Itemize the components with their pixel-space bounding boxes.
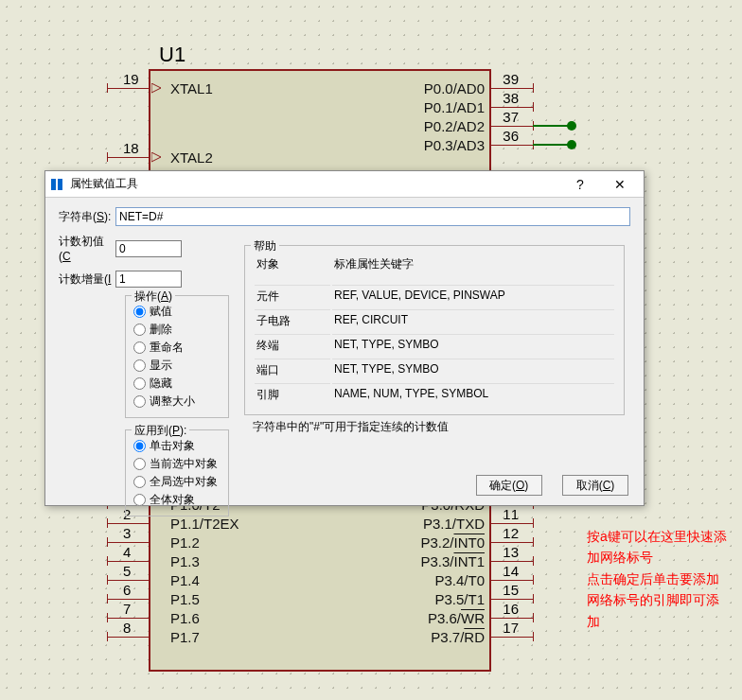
net-wire[interactable] xyxy=(533,144,571,146)
input-arrow-icon xyxy=(151,83,163,97)
pin-line[interactable] xyxy=(107,542,150,543)
action-radio-2[interactable]: 重命名 xyxy=(133,340,221,356)
pin-line[interactable] xyxy=(107,88,150,89)
pin-line[interactable] xyxy=(107,637,150,638)
pin-label: P3.2/INT0 xyxy=(420,534,485,551)
pin-number: 4 xyxy=(123,544,131,560)
help-val: REF, CIRCUIT xyxy=(332,309,614,332)
pin-label: P3.3/INT1 xyxy=(420,553,485,569)
pin-label: XTAL2 xyxy=(170,149,213,166)
dialog-title: 属性赋值工具 xyxy=(70,176,560,192)
pin-number: 36 xyxy=(503,128,519,144)
dialog-titlebar[interactable]: 属性赋值工具 ? ✕ xyxy=(45,171,644,198)
annotation-text: 按a键可以在这里快速添 加网络标号 点击确定后单击要添加 网络标号的引脚即可添 … xyxy=(587,526,738,632)
pin-number: 39 xyxy=(503,71,519,87)
action-groupbox: 操作(A) 赋值删除重命名显示隐藏调整大小 xyxy=(125,295,229,418)
pin-label: P0.1/AD1 xyxy=(424,99,485,115)
help-key: 端口 xyxy=(255,359,330,381)
pin-line[interactable] xyxy=(107,599,150,600)
count-init-input[interactable] xyxy=(115,240,182,257)
pin-label: XTAL1 xyxy=(170,80,213,96)
action-radio-1[interactable]: 删除 xyxy=(133,322,221,338)
apply-radio-3[interactable]: 全体对象 xyxy=(133,492,221,508)
action-radio-5[interactable]: 调整大小 xyxy=(133,394,221,410)
pin-line[interactable] xyxy=(490,126,533,127)
pin-number: 19 xyxy=(123,71,139,87)
pin-number: 18 xyxy=(123,140,139,156)
pin-number: 37 xyxy=(503,109,519,125)
action-radio-3[interactable]: 显示 xyxy=(133,358,221,374)
pin-number: 12 xyxy=(503,525,519,541)
svg-rect-2 xyxy=(51,179,56,190)
pin-label: P1.7 xyxy=(170,629,200,645)
dialog-icon xyxy=(49,177,64,192)
pin-number: 13 xyxy=(503,544,519,560)
action-radio-0[interactable]: 赋值 xyxy=(133,304,221,320)
pin-label: P3.1/TXD xyxy=(423,516,485,532)
help-val: NET, TYPE, SYMBO xyxy=(332,334,614,357)
help-groupbox: 帮助 对象标准属性关键字元件REF, VALUE, DEVICE, PINSWA… xyxy=(244,245,625,415)
pin-label: P0.3/AD3 xyxy=(424,137,485,153)
component-ref: U1 xyxy=(159,43,186,67)
apply-radio-2[interactable]: 全局选中对象 xyxy=(133,474,221,490)
pin-line[interactable] xyxy=(107,523,150,524)
net-junction[interactable] xyxy=(567,140,576,149)
pin-line[interactable] xyxy=(490,618,533,619)
pin-number: 16 xyxy=(503,601,519,617)
pin-line[interactable] xyxy=(490,145,533,146)
pin-line[interactable] xyxy=(107,561,150,562)
input-arrow-icon xyxy=(151,152,163,166)
help-key: 终端 xyxy=(255,334,330,357)
help-key: 子电路 xyxy=(255,309,330,332)
pin-number: 5 xyxy=(123,563,131,579)
pin-number: 7 xyxy=(123,601,131,617)
dialog-help-button[interactable]: ? xyxy=(560,172,600,197)
count-inc-label: 计数增量(I xyxy=(59,271,115,288)
apply-radio-1[interactable]: 当前选中对象 xyxy=(133,456,221,472)
apply-radio-0[interactable]: 单击对象 xyxy=(133,438,221,454)
string-input[interactable] xyxy=(115,207,630,226)
help-val: REF, VALUE, DEVICE, PINSWAP xyxy=(332,285,614,307)
dialog-close-button[interactable]: ✕ xyxy=(600,172,640,197)
help-key: 元件 xyxy=(255,285,330,307)
ok-button[interactable]: 确定(O) xyxy=(476,475,542,496)
help-key: 引脚 xyxy=(255,383,330,406)
pin-label: P1.1/T2EX xyxy=(170,516,239,532)
pin-label: P3.4/T0 xyxy=(434,572,485,588)
svg-rect-3 xyxy=(58,179,62,190)
pin-line[interactable] xyxy=(490,107,533,108)
pin-label: P1.6 xyxy=(170,610,200,626)
pin-line[interactable] xyxy=(490,580,533,581)
pin-line[interactable] xyxy=(490,88,533,89)
svg-marker-1 xyxy=(151,152,161,162)
help-val: 标准属性关键字 xyxy=(332,254,614,275)
pin-label: P1.4 xyxy=(170,572,200,588)
pin-line[interactable] xyxy=(107,580,150,581)
pin-line[interactable] xyxy=(490,637,533,638)
property-assign-dialog: 属性赋值工具 ? ✕ 字符串(S): 计数初值(C 计数增量(I xyxy=(44,170,645,506)
pin-label: P3.6/WR xyxy=(428,610,485,626)
net-junction[interactable] xyxy=(567,121,576,131)
pin-number: 15 xyxy=(503,582,519,598)
pin-line[interactable] xyxy=(490,599,533,600)
pin-number: 6 xyxy=(123,582,131,598)
help-val: NET, TYPE, SYMBO xyxy=(332,359,614,381)
net-wire[interactable] xyxy=(533,125,571,127)
count-inc-input[interactable] xyxy=(115,271,182,288)
pin-label: P3.5/T1 xyxy=(434,591,485,607)
svg-marker-0 xyxy=(151,83,161,93)
pin-line[interactable] xyxy=(490,561,533,562)
pin-label: P0.0/AD0 xyxy=(424,80,485,96)
action-radio-4[interactable]: 隐藏 xyxy=(133,376,221,392)
cancel-button[interactable]: 取消(C) xyxy=(562,475,628,496)
pin-label: P1.2 xyxy=(170,534,200,551)
pin-line[interactable] xyxy=(107,157,150,158)
pin-label: P3.7/RD xyxy=(431,629,485,645)
pin-label: P1.5 xyxy=(170,591,200,607)
pin-line[interactable] xyxy=(490,523,533,524)
pin-line[interactable] xyxy=(107,618,150,619)
pin-number: 17 xyxy=(503,620,519,636)
help-val: NAME, NUM, TYPE, SYMBOL xyxy=(332,383,614,406)
pin-line[interactable] xyxy=(490,542,533,543)
help-key: 对象 xyxy=(255,254,330,275)
